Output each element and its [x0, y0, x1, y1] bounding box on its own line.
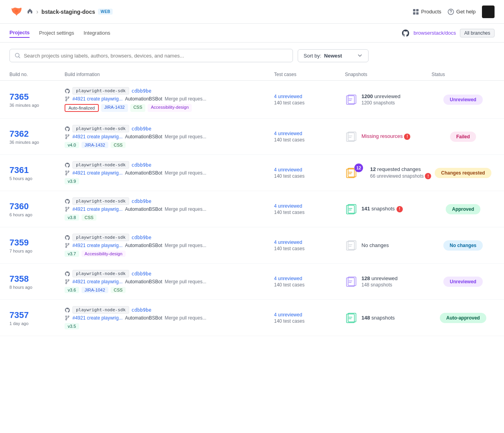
build-number[interactable]: 7365 [9, 92, 65, 102]
snapshot-count: 12 requested changes [370, 166, 431, 172]
commit-hash-link[interactable]: cdbb9be [132, 235, 152, 240]
build-time: 36 minutes ago [9, 103, 65, 108]
status-badge[interactable]: Changes requested [435, 168, 491, 178]
build-tag[interactable]: v3.8 [65, 214, 79, 221]
build-info-cell: playwright-node-sdk cdbb9be #4921 create… [65, 87, 274, 112]
changes-count-badge: 12 [354, 164, 363, 172]
pr-link[interactable]: #4921 create playwrig... [72, 134, 122, 139]
build-tag[interactable]: JIRA-1042 [82, 287, 108, 293]
snapshot-count: 128 unreviewed [361, 275, 398, 281]
unreviewed-link[interactable]: 4 unreviewed [274, 312, 345, 318]
test-cases-cell: 4 unreviewed 140 test cases [274, 131, 345, 143]
sdk-badge: playwright-node-sdk [72, 87, 129, 95]
user-avatar[interactable] [482, 6, 495, 18]
nav-projects[interactable]: Projects [9, 28, 30, 38]
get-help-button[interactable]: Get help [448, 9, 476, 15]
branches-badge[interactable]: All branches [460, 29, 495, 37]
nav-integrations[interactable]: Integrations [83, 28, 110, 37]
search-container[interactable] [9, 49, 293, 62]
products-label: Products [421, 9, 441, 15]
svg-point-16 [66, 138, 67, 139]
build-tag[interactable]: CSS [111, 142, 126, 148]
pr-link[interactable]: #4921 create playwrig... [72, 170, 122, 176]
pr-link[interactable]: #4921 create playwrig... [72, 243, 122, 248]
unreviewed-link[interactable]: 4 unreviewed [274, 240, 345, 245]
svg-point-9 [66, 97, 67, 98]
test-cases-cell: 4 unreviewed 140 test cases [274, 240, 345, 251]
build-info-line-2: #4921 create playwrig... AutomationBSBot… [65, 243, 274, 248]
svg-point-29 [66, 243, 67, 245]
nav-project-settings[interactable]: Project settings [39, 28, 74, 37]
commit-hash-link[interactable]: cdbb9be [132, 162, 152, 168]
pr-icon [65, 279, 70, 284]
project-type-badge: WEB [98, 9, 113, 15]
build-tag[interactable]: v3.5 [65, 323, 79, 329]
pr-link[interactable]: #4921 create playwrig... [72, 279, 122, 284]
unreviewed-link[interactable]: 4 unreviewed [274, 94, 345, 99]
build-tag[interactable]: v4.0 [65, 142, 79, 148]
sort-select[interactable]: Sort by: Newest [298, 49, 369, 62]
build-number[interactable]: 7362 [9, 129, 65, 139]
build-author: AutomationBSBot [125, 315, 162, 321]
status-badge[interactable]: Failed [450, 132, 476, 142]
status-badge[interactable]: Approved [446, 204, 480, 214]
build-tag[interactable]: v3.6 [65, 287, 79, 293]
status-cell: Failed [432, 132, 495, 142]
pr-link[interactable]: #4921 create playwrig... [72, 206, 122, 212]
build-tag[interactable]: v3.9 [65, 178, 79, 184]
sdk-badge: playwright-node-sdk [72, 197, 129, 205]
unreviewed-link[interactable]: 4 unreviewed [274, 167, 345, 173]
build-number[interactable]: 7357 [9, 310, 65, 320]
build-number[interactable]: 7360 [9, 201, 65, 212]
project-name[interactable]: bstack-staging-docs [41, 9, 95, 15]
table-row: 7358 8 hours ago playwright-node-sdk cdb… [0, 264, 504, 300]
app-header: › bstack-staging-docs WEB Products Get h… [0, 0, 504, 24]
status-badge[interactable]: Unreviewed [443, 277, 482, 287]
build-number-cell: 7365 36 minutes ago [9, 92, 65, 108]
commit-hash-link[interactable]: cdbb9be [132, 271, 152, 277]
commit-hash-link[interactable]: cdbb9be [132, 199, 152, 204]
build-tag[interactable]: Auto-finalized [65, 104, 99, 112]
snapshot-count: No changes [361, 242, 389, 248]
build-tag[interactable]: CSS [130, 104, 146, 112]
unreviewed-link[interactable]: 4 unreviewed [274, 203, 345, 209]
build-tag[interactable]: Accessibility-design [82, 251, 126, 257]
build-info-line-1: playwright-node-sdk cdbb9be [65, 87, 274, 95]
snapshot-sub: 1200 snapshots [361, 100, 400, 106]
app-logo[interactable] [9, 5, 24, 19]
search-input[interactable] [24, 53, 288, 59]
status-badge[interactable]: Unreviewed [443, 95, 482, 105]
build-number[interactable]: 7361 [9, 165, 65, 175]
table-row: 7365 36 minutes ago playwright-node-sdk … [0, 81, 504, 119]
build-tag[interactable]: JIRA-1432 [101, 104, 128, 112]
status-badge[interactable]: Auto-approved [440, 313, 486, 323]
build-tag[interactable]: v3.7 [65, 251, 79, 257]
snapshot-icon [345, 203, 358, 216]
build-number[interactable]: 7358 [9, 274, 65, 284]
svg-point-34 [66, 280, 67, 281]
build-info-line-1: playwright-node-sdk cdbb9be [65, 161, 274, 169]
unreviewed-link[interactable]: 4 unreviewed [274, 276, 345, 281]
snapshot-sub: 66 unreviewed snapshots ! [370, 173, 431, 179]
unreviewed-link[interactable]: 4 unreviewed [274, 131, 345, 136]
test-cases-cell: 4 unreviewed 140 test cases [274, 94, 345, 106]
github-small-icon [65, 307, 70, 313]
commit-hash-link[interactable]: cdbb9be [132, 126, 152, 132]
snapshots-cell: 12 12 requested changes 66 unreviewed sn… [345, 166, 432, 179]
col-snapshots: Snapshots [345, 72, 432, 77]
commit-hash-link[interactable]: cdbb9be [132, 307, 152, 313]
snapshot-info: 141 snapshots! [361, 206, 403, 212]
pr-link[interactable]: #4921 create playwrig... [72, 315, 122, 321]
products-button[interactable]: Products [413, 9, 441, 15]
build-tag[interactable]: CSS [82, 214, 97, 221]
breadcrumb-home-icon[interactable] [27, 8, 33, 16]
commit-hash-link[interactable]: cdbb9be [132, 88, 152, 94]
pr-link[interactable]: #4921 create playwrig... [72, 96, 122, 102]
status-badge[interactable]: No changes [443, 240, 483, 251]
github-link[interactable]: browserstack/docs [413, 30, 456, 36]
build-tag[interactable]: CSS [111, 287, 126, 293]
build-tag[interactable]: JIRA-1432 [82, 142, 108, 148]
search-icon [15, 52, 20, 59]
build-number[interactable]: 7359 [9, 238, 65, 248]
build-tag[interactable]: Accessibility-design [148, 104, 192, 112]
